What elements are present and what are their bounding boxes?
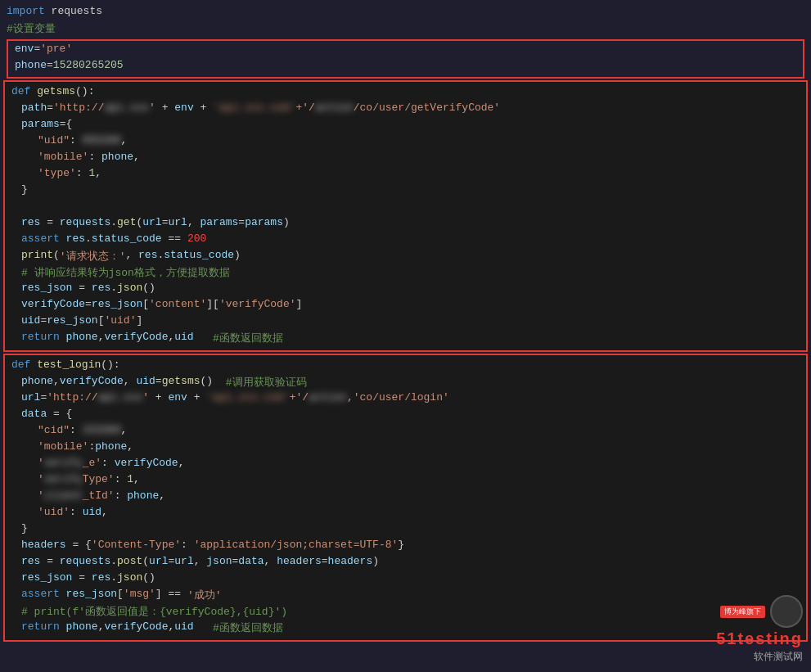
line-close-brace: } (5, 183, 806, 200)
line-res-get: res = requests.get(url=url, params=param… (5, 216, 806, 232)
line-print-status: print('请求状态：', res.status_code) (5, 249, 806, 265)
line-uid-assign: uid=res_json['uid'] (5, 314, 806, 331)
line-res-json-login: res_json = res.json() (5, 571, 806, 588)
line-comment-print: # print(f'函数返回值是：{verifyCode},{uid}') (5, 604, 806, 620)
line-env: env='pre' (8, 43, 803, 59)
watermark-avatar (770, 595, 803, 628)
line-def-login: def test_login(): (5, 359, 806, 375)
line-uid-login: 'uid': uid, (5, 506, 806, 522)
line-cid: "cid": 333300, (5, 424, 806, 440)
line-verify-code: verifyCode=res_json['content']['verifyCo… (5, 298, 806, 314)
line-res-json: res_json = res.json() (5, 282, 806, 298)
top-section: import requests #设置变量 (0, 0, 811, 38)
line-url-login: url='http://api.xxx' + env + 'api.xxx.co… (5, 391, 806, 408)
line-uid: "uid": 055200, (5, 134, 806, 151)
watermark-brand: 51testing (716, 629, 803, 648)
line-comment-setup: #设置变量 (0, 21, 811, 38)
line-return-getsms: return phone,verifyCode,uid #函数返回数据 (5, 331, 806, 347)
watermark-sub: 软件测试网 (754, 650, 803, 664)
test-login-section: def test_login(): phone,verifyCode, uid=… (3, 354, 808, 642)
env-highlight-box: env='pre' phone=15280265205 (7, 39, 804, 79)
line-type: 'type': 1, (5, 167, 806, 183)
line-data-open: data = { (5, 408, 806, 424)
line-assert-msg: assert res_json['msg'] == '成功' (5, 588, 806, 604)
line-phone: phone=15280265205 (8, 59, 803, 75)
line-path: path='http://api.xxx' + env + 'api.xxx.c… (5, 101, 806, 118)
line-blank1 (5, 200, 806, 216)
watermark-logo: 博为峰旗下 (720, 606, 765, 618)
getsms-section: def getsms(): path='http://api.xxx' + en… (3, 80, 808, 352)
line-data-close: } (5, 522, 806, 539)
code-editor: import requests #设置变量 env='pre' phone=15… (0, 0, 811, 672)
line-headers: headers = {'Content-Type': 'application/… (5, 539, 806, 555)
line-verify-type: 'verifyType': 1, (5, 473, 806, 489)
watermark: 博为峰旗下 51testing 软件测试网 (716, 595, 803, 664)
line-comment-json: # 讲响应结果转为json格式，方便提取数据 (5, 265, 806, 282)
line-def-getsms: def getsms(): (5, 85, 806, 101)
line-phone-verify-call: phone,verifyCode, uid=getsms() #调用获取验证码 (5, 375, 806, 391)
line-mobile-login: 'mobile':phone, (5, 440, 806, 457)
comment-setup: #设置变量 (7, 21, 56, 38)
line-mobile: 'mobile': phone, (5, 151, 806, 167)
line-return-login: return phone,verifyCode,uid #函数返回数据 (5, 620, 806, 637)
line-client-tid: 'client_tId': phone, (5, 489, 806, 506)
keyword-import: import (7, 5, 45, 21)
line-assert-status: assert res.status_code == 200 (5, 232, 806, 249)
line-verify-e: 'verify_e': verifyCode, (5, 457, 806, 473)
line-params-open: params={ (5, 118, 806, 134)
line-res-post: res = requests.post(url=url, json=data, … (5, 555, 806, 571)
line-import: import requests (0, 5, 811, 21)
